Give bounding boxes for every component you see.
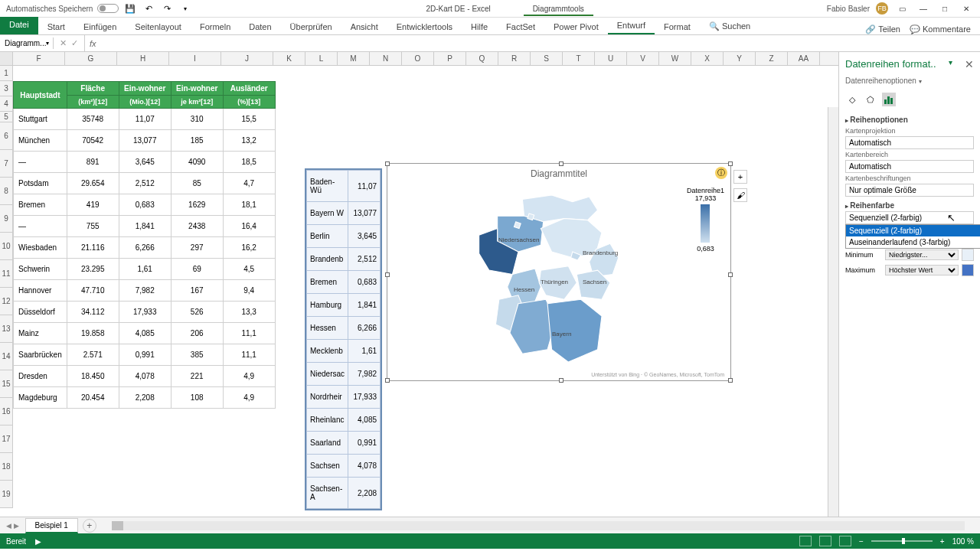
cell[interactable]: 11,1 <box>223 323 275 344</box>
row-header[interactable]: 16 <box>0 398 13 425</box>
cell[interactable]: 69 <box>171 259 223 280</box>
cell[interactable]: 16,4 <box>223 216 275 237</box>
row-header[interactable]: 8 <box>0 178 13 205</box>
cell[interactable]: 13,3 <box>223 302 275 323</box>
min-select[interactable]: Niedrigster... <box>885 249 959 260</box>
panel-close-icon[interactable]: ✕ <box>965 58 974 70</box>
share-button[interactable]: 🔗 Teilen <box>865 24 900 34</box>
table-row[interactable]: Dresden18.4504,0782214,9 <box>14 366 276 387</box>
sheet-area[interactable]: F G H I J K L M N O P Q R S T U V W X Y … <box>0 52 838 517</box>
close-icon[interactable]: ✕ <box>959 2 974 15</box>
undo-icon[interactable]: ↶ <box>142 2 155 15</box>
tab-factset[interactable]: FactSet <box>497 19 544 34</box>
cell[interactable]: 4,085 <box>348 409 381 432</box>
cell[interactable]: 3,645 <box>348 225 381 248</box>
tab-help[interactable]: Hilfe <box>462 19 497 34</box>
chart-styles-icon[interactable]: 🖌 <box>733 188 747 202</box>
section-series-color[interactable]: Reihenfarbe <box>845 197 974 211</box>
cell[interactable]: 15,5 <box>223 109 275 130</box>
cell[interactable]: 2,208 <box>119 387 171 409</box>
zoom-slider[interactable] <box>871 540 933 542</box>
row-header[interactable]: 19 <box>0 481 13 508</box>
col-header[interactable]: G <box>65 52 117 65</box>
cell[interactable]: 0,991 <box>119 344 171 366</box>
context-tab[interactable]: Diagrammtools <box>524 3 593 16</box>
tab-data[interactable]: Daten <box>240 19 280 34</box>
cell[interactable]: 11,07 <box>348 171 381 202</box>
cell[interactable]: 29.654 <box>67 173 119 194</box>
qat-more-icon[interactable]: ▾ <box>178 2 192 15</box>
maplabels-select[interactable] <box>845 184 974 197</box>
cell[interactable]: 385 <box>171 344 223 366</box>
tab-formulas[interactable]: Formeln <box>191 19 240 34</box>
maximize-icon[interactable]: □ <box>937 2 952 15</box>
cell[interactable]: 1,61 <box>348 340 381 363</box>
cell[interactable]: 419 <box>67 194 119 216</box>
tab-developer[interactable]: Entwicklertools <box>387 19 462 34</box>
cell[interactable]: 35748 <box>67 109 119 130</box>
ribbon-options-icon[interactable]: ▭ <box>894 2 910 15</box>
tab-start[interactable]: Start <box>38 19 74 34</box>
cell[interactable]: Stuttgart <box>14 109 67 130</box>
cell[interactable]: 167 <box>171 280 223 302</box>
col-header[interactable]: M <box>338 52 370 65</box>
col-header[interactable]: L <box>305 52 338 65</box>
row-header[interactable]: 15 <box>0 370 13 398</box>
chart-warning-icon[interactable]: ⓘ <box>715 167 727 179</box>
table-row[interactable]: Stuttgart3574811,0731015,5 <box>14 109 276 130</box>
name-box[interactable]: Diagramm...▾ <box>0 37 54 49</box>
col-header[interactable]: F <box>13 52 65 65</box>
cell[interactable]: — <box>14 152 67 173</box>
cell[interactable]: 1,841 <box>119 216 171 237</box>
data-table[interactable]: Hauptstadt Fläche Ein-wohner Ein-wohner … <box>13 81 276 409</box>
cell[interactable]: 108 <box>171 387 223 409</box>
cell[interactable]: Bremen <box>14 194 67 216</box>
cell[interactable]: 9,4 <box>223 280 275 302</box>
row-header[interactable]: 5 <box>0 112 13 122</box>
cell[interactable]: 526 <box>171 302 223 323</box>
cell[interactable]: 1629 <box>171 194 223 216</box>
cell[interactable]: Brandenb <box>307 248 348 271</box>
min-color-chip[interactable] <box>962 249 974 261</box>
series-options-icon[interactable] <box>882 93 896 106</box>
zoom-level[interactable]: 100 % <box>952 537 974 546</box>
cell[interactable]: Wiesbaden <box>14 237 67 259</box>
color-scheme-select[interactable] <box>845 211 974 224</box>
table-row[interactable]: Mainz19.8584,08520611,1 <box>14 323 276 344</box>
cell[interactable]: 13,077 <box>348 202 381 225</box>
cell[interactable]: — <box>14 216 67 237</box>
cell[interactable]: Mainz <box>14 323 67 344</box>
cell[interactable]: 85 <box>171 173 223 194</box>
cell[interactable]: 0,991 <box>348 432 381 455</box>
col-header[interactable]: P <box>434 52 466 65</box>
cell[interactable]: Magdeburg <box>14 387 67 409</box>
cell[interactable]: 2,512 <box>348 248 381 271</box>
cell[interactable]: 4,085 <box>119 323 171 344</box>
macro-record-icon[interactable]: ▶ <box>35 537 41 546</box>
row-header[interactable]: 14 <box>0 343 13 370</box>
col-header[interactable]: U <box>595 52 627 65</box>
cell[interactable]: Bremen <box>307 271 348 294</box>
row-header[interactable]: 7 <box>0 150 13 178</box>
comments-button[interactable]: 💬 Kommentare <box>910 24 971 34</box>
col-header[interactable]: O <box>402 52 434 65</box>
fx-icon[interactable]: fx <box>85 39 96 48</box>
cell[interactable]: 20.454 <box>67 387 119 409</box>
cell[interactable]: Schwerin <box>14 259 67 280</box>
color-scheme-dropdown[interactable]: Sequenziell (2-farbig) Auseinanderlaufen… <box>845 224 980 249</box>
row-header[interactable]: 18 <box>0 453 13 481</box>
panel-subtitle[interactable]: Datenreihenoptionen ▾ <box>845 73 974 88</box>
fill-icon[interactable]: ◇ <box>845 93 859 106</box>
save-icon[interactable]: 💾 <box>123 2 137 15</box>
cell[interactable]: Berlin <box>307 225 348 248</box>
vertical-scrollbar[interactable] <box>828 107 838 517</box>
cell[interactable]: 13,2 <box>223 130 275 152</box>
table-row[interactable]: —8913,645409018,5 <box>14 152 276 173</box>
col-header[interactable]: X <box>691 52 724 65</box>
area-select[interactable] <box>845 160 974 173</box>
zoom-in-icon[interactable]: + <box>940 537 945 546</box>
col-header[interactable]: H <box>117 52 169 65</box>
col-header[interactable]: J <box>221 52 273 65</box>
section-series-options[interactable]: Reihenoptionen <box>845 111 974 126</box>
cell[interactable]: Hessen <box>307 317 348 340</box>
